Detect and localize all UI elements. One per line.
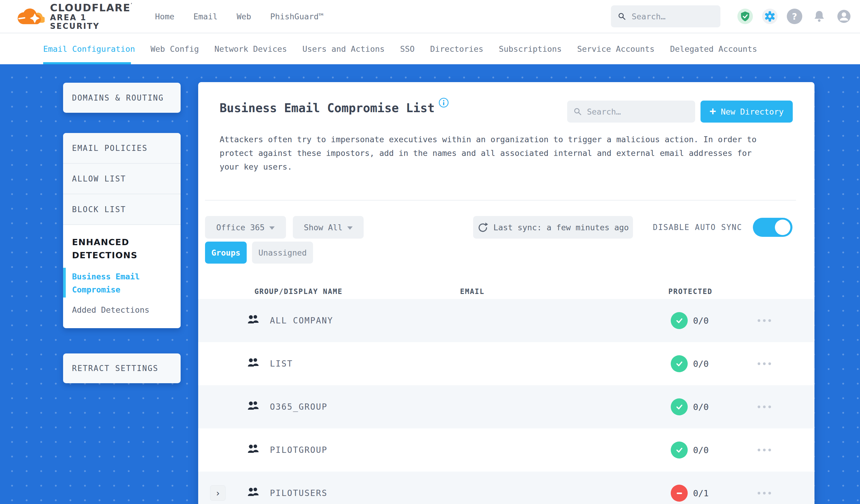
sidebar-section-enhanced-detections: ENHANCED DETECTIONS Business Email Compr… [63,225,181,328]
table-row[interactable]: LIST 0/0 [198,342,815,385]
sidebar-item-added-detections[interactable]: Added Detections [72,305,172,315]
security-status-button[interactable] [737,9,753,24]
check-icon [675,316,684,325]
table-header: GROUP/DISPLAY NAME EMAIL PROTECTED [198,283,815,300]
cloudflare-logo[interactable]: CLOUDFLARE’ AREA 1 SECURITY [16,2,139,31]
unprotected-status-badge [671,485,688,502]
global-search[interactable] [611,5,720,27]
sidebar-item-email-policies[interactable]: EMAIL POLICIES [63,133,181,164]
sidebar-item-domains-routing[interactable]: DOMAINS & ROUTING [63,83,181,113]
group-icon [247,358,259,368]
group-name: ALL COMPANY [270,299,333,342]
protected-count: 0/0 [693,429,708,472]
protected-status-badge [671,312,688,329]
plus-icon: + [710,105,716,117]
tab-service-accounts[interactable]: Service Accounts [577,33,655,64]
row-menu-button[interactable] [758,472,771,504]
protected-count: 0/0 [693,342,708,385]
sidebar-card-policies: EMAIL POLICIES ALLOW LIST BLOCK LIST ENH… [63,133,181,328]
account-button[interactable] [836,9,852,24]
tab-network-devices[interactable]: Network Devices [214,33,287,64]
disable-auto-sync-label: DISABLE AUTO SYNC [653,216,742,239]
protected-count: 0/1 [693,472,708,504]
page-description: Attackers often try to impersonate execu… [220,133,770,174]
workspace: DOMAINS & ROUTING EMAIL POLICIES ALLOW L… [0,64,860,504]
global-search-input[interactable] [632,12,713,21]
tab-delegated-accounts[interactable]: Delegated Accounts [670,33,757,64]
group-name: LIST [270,342,293,385]
check-icon [675,446,684,455]
nav-email[interactable]: Email [194,12,217,21]
tab-email-configuration[interactable]: Email Configuration [43,33,135,64]
table-row[interactable]: O365_GROUP 0/0 [198,385,815,429]
top-header: CLOUDFLARE’ AREA 1 SECURITY Home Email W… [0,0,860,33]
group-icon [247,315,259,325]
protected-count: 0/0 [693,385,708,429]
protected-status-badge [671,398,688,415]
last-sync-status: Last sync: a few minutes ago [473,216,633,239]
row-menu-button[interactable] [758,385,771,429]
column-header-email: EMAIL [460,287,485,296]
group-icon [247,487,259,498]
tab-groups[interactable]: Groups [205,242,247,264]
table-row[interactable]: › PILOTUSERS 0/1 [198,472,815,504]
column-header-protected: PROTECTED [668,287,713,296]
expand-row-button[interactable]: › [210,485,226,501]
minus-icon [675,489,683,497]
row-menu-button[interactable] [758,342,771,385]
section-nav: Email Configuration Web Config Network D… [0,33,860,64]
tab-users-and-actions[interactable]: Users and Actions [302,33,385,64]
column-header-group-display-name: GROUP/DISPLAY NAME [255,287,343,296]
app-window: CLOUDFLARE’ AREA 1 SECURITY Home Email W… [0,0,860,504]
nav-home[interactable]: Home [155,12,174,21]
protected-status-badge [671,442,688,459]
group-name: PILOTGROUP [270,429,328,472]
protected-status-badge [671,355,688,372]
enhanced-detections-heading: ENHANCED DETECTIONS [72,236,172,262]
row-menu-button[interactable] [758,299,771,342]
row-menu-button[interactable] [758,429,771,472]
table-row[interactable]: PILOTGROUP 0/0 [198,429,815,472]
brand-subtitle: AREA 1 SECURITY [50,13,139,31]
tab-directories[interactable]: Directories [430,33,483,64]
new-directory-button[interactable]: + New Directory [701,101,793,123]
question-mark-icon: ? [792,11,797,22]
nav-web[interactable]: Web [236,12,251,21]
show-filter-dropdown[interactable]: Show All [293,216,364,239]
tab-unassigned[interactable]: Unassigned [252,242,313,264]
section-divider [205,200,796,201]
tab-sso[interactable]: SSO [400,33,415,64]
group-table: ALL COMPANY 0/0 LIST [198,299,815,504]
group-icon [247,401,259,412]
info-icon[interactable] [439,98,449,108]
source-dropdown[interactable]: Office 365 [205,216,286,239]
primary-nav: Home Email Web PhishGuard™ [155,12,324,21]
tab-web-config[interactable]: Web Config [150,33,199,64]
table-row[interactable]: ALL COMPANY 0/0 [198,299,815,342]
bell-icon [813,10,826,23]
auto-sync-toggle[interactable] [753,218,792,237]
group-name: PILOTUSERS [270,472,328,504]
directory-search[interactable] [567,101,695,123]
header-actions: ? [611,5,852,27]
brand-name: CLOUDFLARE’ [50,2,139,13]
cloudflare-cloud-icon [16,7,45,26]
group-icon [247,444,259,455]
tab-subscriptions[interactable]: Subscriptions [499,33,561,64]
chevron-right-icon: › [215,488,220,498]
main-panel: Business Email Compromise List + New Dir… [198,82,815,504]
sidebar-item-allow-list[interactable]: ALLOW LIST [63,164,181,194]
group-name: O365_GROUP [270,385,328,429]
notifications-button[interactable] [812,9,827,24]
sidebar-item-block-list[interactable]: BLOCK LIST [63,194,181,225]
nav-phishguard[interactable]: PhishGuard™ [270,12,324,21]
user-avatar-icon [837,9,851,24]
help-button[interactable]: ? [787,9,802,24]
directory-search-input[interactable] [587,107,689,116]
settings-button[interactable] [762,9,777,24]
gear-icon [764,11,776,22]
sidebar-item-business-email-compromise[interactable]: Business Email Compromise [72,270,172,296]
sidebar-item-retract-settings[interactable]: RETRACT SETTINGS [63,354,181,383]
active-item-indicator [63,268,66,298]
chevron-down-icon [269,227,275,230]
